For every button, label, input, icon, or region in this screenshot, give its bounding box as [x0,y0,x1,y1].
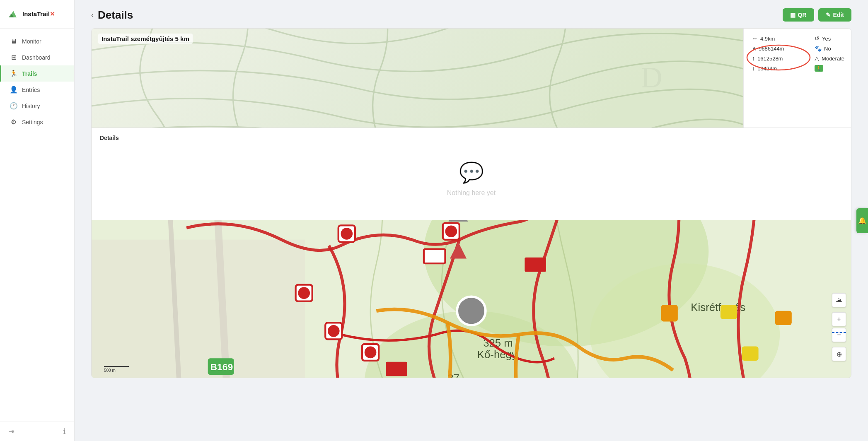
back-button[interactable]: ‹ [91,11,94,19]
trail-title-overlay: InstaTrail szemétgyűjtés 5 km [98,34,193,44]
sidebar-item-label: Trails [22,70,37,77]
logo-text: InstaTrail✕ [22,10,55,18]
elevation-up-icon: ∧ [752,45,756,52]
edit-button[interactable]: ✎ Edit [818,8,851,22]
crosshair-icon: ⊕ [837,350,842,358]
sidebar-item-entries[interactable]: 👤 Entries [0,82,74,98]
logo-area: InstaTrail✕ [0,0,74,29]
descent-icon: ↓ [752,65,755,72]
sidebar-item-label: Settings [22,119,43,125]
sidebar-item-label: Monitor [22,38,41,45]
sidebar-item-label: History [22,103,40,109]
svg-rect-56 [721,305,737,319]
feedback-button[interactable]: 🔔 [856,208,868,233]
svg-point-32 [341,228,353,240]
dogs-value: No [824,46,831,52]
trails-icon: 🏃 [10,70,18,77]
activity-icon: 🚶 [815,65,823,72]
upper-section: D InstaTrail szemétgyűjtés 5 km ↔ 4.9km … [92,29,851,128]
trail-map-svg: TURULOLDAL ÚJVÁROS BÁNHIDAI LAKÓTELEP EN… [92,220,851,378]
details-label: Details [100,135,843,141]
sidebar-item-dashboard[interactable]: ⊞ Dashboard [0,49,74,65]
stat-dogs: 🐾 No [815,45,844,52]
main-content: ‹ Details ▦ QR ✎ Edit [75,0,868,441]
header-actions: ▦ QR ✎ Edit [783,8,851,22]
difficulty-icon: △ [815,55,819,62]
elevation-up-value: 9686144m [759,46,784,52]
svg-point-42 [365,347,377,359]
qr-icon: ▦ [790,12,795,18]
distance-value: 4.9km [760,36,775,42]
content-card: D InstaTrail szemétgyűjtés 5 km ↔ 4.9km … [91,28,851,378]
details-section: Details 💬 Nothing here yet [92,128,851,220]
history-icon: 🕐 [10,102,18,110]
zoom-indicator [832,332,846,333]
difficulty-value: Moderate [822,55,844,62]
loop-icon: ↺ [815,35,820,42]
layers-icon: ⛰ [836,296,842,304]
stat-activity: 🚶 [815,65,844,72]
settings-icon: ⚙ [10,118,18,126]
svg-point-51 [457,296,486,325]
svg-rect-55 [661,305,678,321]
qr-button[interactable]: ▦ QR [783,8,814,22]
loop-value: Yes [822,36,831,42]
stat-difficulty: △ Moderate [815,55,844,62]
monitor-icon: 🖥 [10,38,18,45]
dogs-icon: 🐾 [815,45,822,52]
sidebar-item-trails[interactable]: 🏃 Trails [0,65,74,82]
map-controls: ⛰ + − ⊕ [832,293,846,361]
zoom-in-button[interactable]: + [832,312,846,326]
dashboard-icon: ⊞ [10,53,18,61]
distance-icon: ↔ [752,35,758,42]
svg-marker-63 [450,220,467,221]
sidebar-item-history[interactable]: 🕐 History [0,98,74,114]
logout-icon[interactable]: ⇥ [8,427,15,436]
info-icon[interactable]: ℹ [63,427,66,436]
svg-text:B169: B169 [210,361,233,372]
scale-bar: 500 m [104,366,129,373]
topo-map-area: D InstaTrail szemétgyűjtés 5 km [92,29,743,128]
elevation-down-value: 1612528m [757,55,783,62]
sidebar-item-label: Dashboard [22,54,51,61]
sidebar-item-label: Entries [22,87,40,93]
svg-rect-57 [742,347,759,361]
svg-rect-8 [92,240,305,378]
svg-rect-47 [386,362,407,376]
feedback-icon: 🔔 [858,217,866,224]
sidebar-item-monitor[interactable]: 🖥 Monitor [0,34,74,49]
nothing-yet-area: 💬 Nothing here yet [100,145,843,213]
page-header: ‹ Details ▦ QR ✎ Edit [75,0,868,28]
zoom-out-button[interactable]: − [832,328,846,342]
scale-label: 500 m [104,368,116,373]
logo-icon [7,7,20,21]
page-title: Details [98,9,133,22]
descent-value: 13424m [757,65,777,72]
main-nav: 🖥 Monitor ⊞ Dashboard 🏃 Trails 👤 Entries… [0,29,74,422]
title-area: ‹ Details [91,9,133,22]
edit-icon: ✎ [826,12,831,18]
plus-icon: + [837,316,841,323]
svg-rect-62 [775,311,792,325]
svg-rect-45 [525,258,546,272]
sidebar-footer: ⇥ ℹ [0,422,74,441]
crosshair-button[interactable]: ⊕ [832,347,846,361]
svg-point-38 [298,287,310,299]
nothing-text: Nothing here yet [447,189,496,197]
right-stats: ↺ Yes 🐾 No △ Moderate 🚶 [815,35,844,72]
sidebar-item-settings[interactable]: ⚙ Settings [0,114,74,130]
svg-rect-46 [424,249,445,263]
stat-loop: ↺ Yes [815,35,844,42]
svg-point-40 [328,325,340,337]
scale-line [104,366,129,367]
entries-icon: 👤 [10,86,18,94]
svg-text:Kisrétforrás: Kisrétforrás [691,301,745,313]
svg-point-34 [445,225,457,237]
elevation-down-icon: ↑ [752,55,755,62]
svg-text:D: D [641,61,662,94]
layers-button[interactable]: ⛰ [832,293,846,307]
speech-bubble-icon: 💬 [459,161,484,184]
stats-panel: ↔ 4.9km ∧ 9686144m ↑ 1612528m ↓ 13424m [743,29,851,128]
sidebar: InstaTrail✕ 🖥 Monitor ⊞ Dashboard 🏃 Trai… [0,0,75,441]
trail-map: TURULOLDAL ÚJVÁROS BÁNHIDAI LAKÓTELEP EN… [92,220,851,378]
